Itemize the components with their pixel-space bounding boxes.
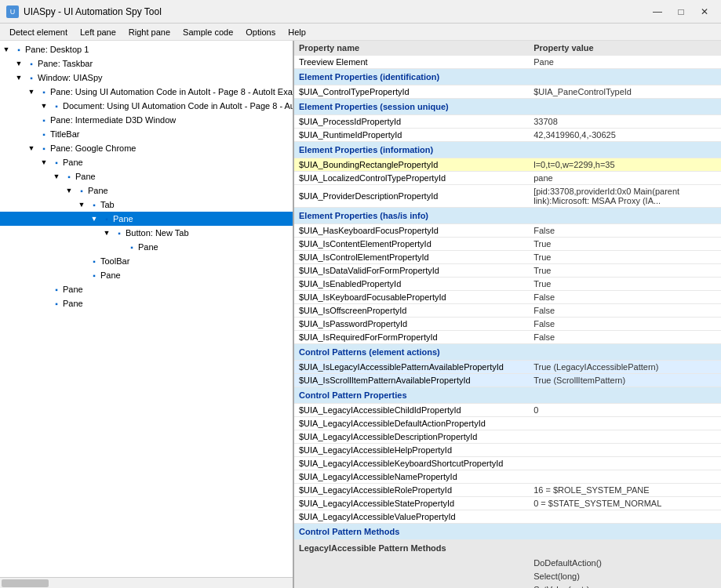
- right-pane[interactable]: Property nameProperty valueTreeview Elem…: [294, 41, 721, 588]
- tree-item[interactable]: ▪Pane: [0, 268, 293, 282]
- tree-item[interactable]: ▪Pane: Google Chrome: [0, 141, 293, 155]
- table-row: $UIA_IsOffscreenPropertyIdFalse: [294, 304, 721, 318]
- tree-toggle-icon[interactable]: [25, 85, 38, 98]
- minimize-button[interactable]: —: [647, 4, 668, 20]
- menu-item-detect-element[interactable]: Detect element: [3, 26, 74, 38]
- table-row: $UIA_LegacyIAccessibleStatePropertyId0 =…: [294, 497, 721, 510]
- tree-toggle-icon[interactable]: [0, 43, 13, 56]
- table-row: $UIA_IsLegacyIAccessiblePatternAvailable…: [294, 361, 721, 374]
- tree-toggle-icon[interactable]: [38, 100, 50, 112]
- table-row: $UIA_LegacyIAccessibleHelpPropertyId: [294, 444, 721, 457]
- right-scroll-area[interactable]: Property nameProperty valueTreeview Elem…: [294, 41, 721, 588]
- table-header-row: Property nameProperty value: [294, 41, 721, 56]
- property-value: 0: [529, 404, 721, 417]
- tree-item[interactable]: ▪Pane: Desktop 1: [0, 42, 293, 56]
- tree-item[interactable]: ▪ToolBar: [0, 254, 293, 268]
- tree-node-icon: ▪: [100, 212, 113, 225]
- table-row: $UIA_LegacyIAccessibleChildIdPropertyId0: [294, 404, 721, 417]
- property-value: False: [529, 224, 721, 238]
- menu-bar: Detect elementLeft paneRight paneSample …: [0, 24, 721, 41]
- property-value: [529, 457, 721, 470]
- tree-container[interactable]: ▪Pane: Desktop 1▪Pane: Taskbar▪Window: U…: [0, 41, 293, 577]
- tree-item[interactable]: ▪Pane: [0, 212, 293, 226]
- table-row: $UIA_IsContentElementPropertyIdTrue: [294, 238, 721, 251]
- tree-node-label: Pane: Google Chrome: [50, 143, 136, 153]
- tree-item[interactable]: ▪Tab: [0, 198, 293, 212]
- menu-item-help[interactable]: Help: [282, 26, 312, 38]
- tree-item[interactable]: ▪Pane: [0, 296, 293, 310]
- tree-item[interactable]: ▪Window: UIASpy: [0, 71, 293, 85]
- property-name: [294, 557, 529, 570]
- tree-node-label: Pane: [138, 242, 158, 252]
- section-header-row: Element Properties (session unique): [294, 99, 721, 115]
- tree-node-icon: ▪: [126, 241, 138, 253]
- maximize-button[interactable]: □: [671, 4, 691, 20]
- section-header-row: Element Properties (has/is info): [294, 208, 721, 224]
- table-row: $UIA_LegacyIAccessibleValuePropertyId: [294, 510, 721, 524]
- table-row: $UIA_IsScrollItemPatternAvailablePropert…: [294, 374, 721, 387]
- property-value: [529, 470, 721, 484]
- tree-item[interactable]: ▪Pane: [0, 169, 293, 183]
- table-row: $UIA_LegacyIAccessibleRolePropertyId16 =…: [294, 484, 721, 497]
- property-value: pane: [529, 172, 721, 185]
- tree-toggle-icon[interactable]: [88, 212, 100, 225]
- title-bar-controls: — □ ✕: [647, 4, 715, 20]
- tree-toggle-icon[interactable]: [13, 57, 25, 70]
- title-bar-left: U UIASpy - UI Automation Spy Tool: [6, 5, 162, 18]
- property-value: False: [529, 331, 721, 344]
- tree-item[interactable]: ▪Pane: [0, 282, 293, 296]
- tree-item[interactable]: ▪Pane: Intermediate D3D Window: [0, 113, 293, 127]
- property-name: Treeview Element: [294, 56, 529, 69]
- property-name: $UIA_LegacyIAccessibleValuePropertyId: [294, 510, 529, 524]
- horizontal-scrollbar[interactable]: [0, 577, 293, 588]
- tree-toggle-icon[interactable]: [100, 227, 113, 239]
- tree-node-label: Pane: [63, 285, 83, 294]
- tree-node-label: Pane: [75, 172, 96, 181]
- tree-node-icon: ▪: [50, 297, 63, 310]
- tree-node-icon: ▪: [113, 227, 126, 239]
- table-row: SetValue(wstr): [294, 583, 721, 589]
- menu-item-options[interactable]: Options: [239, 26, 282, 38]
- table-row: Treeview ElementPane: [294, 56, 721, 69]
- tree-node-icon: ▪: [88, 255, 100, 267]
- table-row: $UIA_ProviderDescriptionPropertyId[pid:3…: [294, 185, 721, 208]
- tree-toggle-icon[interactable]: [50, 170, 63, 183]
- property-value: True (LegacyIAccessiblePattern): [529, 361, 721, 374]
- tree-node-icon: ▪: [75, 184, 88, 197]
- property-value: [529, 444, 721, 457]
- property-name: $UIA_IsLegacyIAccessiblePatternAvailable…: [294, 361, 529, 374]
- property-value: 42,3419960,4,-30625: [529, 129, 721, 142]
- left-pane: ▪Pane: Desktop 1▪Pane: Taskbar▪Window: U…: [0, 41, 294, 588]
- close-button[interactable]: ✕: [694, 4, 715, 20]
- table-row: $UIA_LegacyIAccessibleKeyboardShortcutPr…: [294, 457, 721, 470]
- property-name: $UIA_IsOffscreenPropertyId: [294, 304, 529, 318]
- table-row: $UIA_IsDataValidForFormPropertyIdTrue: [294, 264, 721, 278]
- table-row: DoDefaultAction(): [294, 557, 721, 570]
- tree-toggle-icon[interactable]: [13, 71, 25, 84]
- property-name: $UIA_ProcessIdPropertyId: [294, 115, 529, 129]
- tree-node-label: Window: UIASpy: [38, 73, 103, 82]
- tree-toggle-icon[interactable]: [38, 156, 50, 169]
- tree-item[interactable]: ▪Pane: [0, 155, 293, 169]
- tree-item[interactable]: ▪Pane: [0, 183, 293, 198]
- tree-node-icon: ▪: [50, 156, 63, 169]
- property-name: $UIA_LegacyIAccessibleHelpPropertyId: [294, 444, 529, 457]
- menu-item-sample-code[interactable]: Sample code: [177, 26, 239, 38]
- tree-item[interactable]: ▪Pane: [0, 240, 293, 254]
- scrollbar-thumb[interactable]: [2, 579, 49, 587]
- tree-item[interactable]: ▪TitleBar: [0, 127, 293, 141]
- tree-item[interactable]: ▪Document: Using UI Automation Code in A…: [0, 99, 293, 113]
- tree-item[interactable]: ▪Button: New Tab: [0, 226, 293, 240]
- tree-toggle-icon[interactable]: [63, 184, 75, 197]
- tree-item[interactable]: ▪Pane: Using UI Automation Code in AutoI…: [0, 85, 293, 99]
- tree-toggle-icon[interactable]: [75, 198, 88, 211]
- menu-item-left-pane[interactable]: Left pane: [74, 26, 122, 38]
- tree-node-label: Pane: Using UI Automation Code in AutoIt…: [50, 87, 293, 96]
- menu-item-right-pane[interactable]: Right pane: [122, 26, 177, 38]
- section-title: LegacyIAccessible Pattern Methods: [294, 540, 721, 557]
- property-name: $UIA_LegacyIAccessibleKeyboardShortcutPr…: [294, 457, 529, 470]
- table-row: $UIA_ProcessIdPropertyId33708: [294, 115, 721, 129]
- tree-item[interactable]: ▪Pane: Taskbar: [0, 56, 293, 71]
- table-row: $UIA_LegacyIAccessibleDefaultActionPrope…: [294, 417, 721, 430]
- tree-toggle-icon[interactable]: [25, 142, 38, 154]
